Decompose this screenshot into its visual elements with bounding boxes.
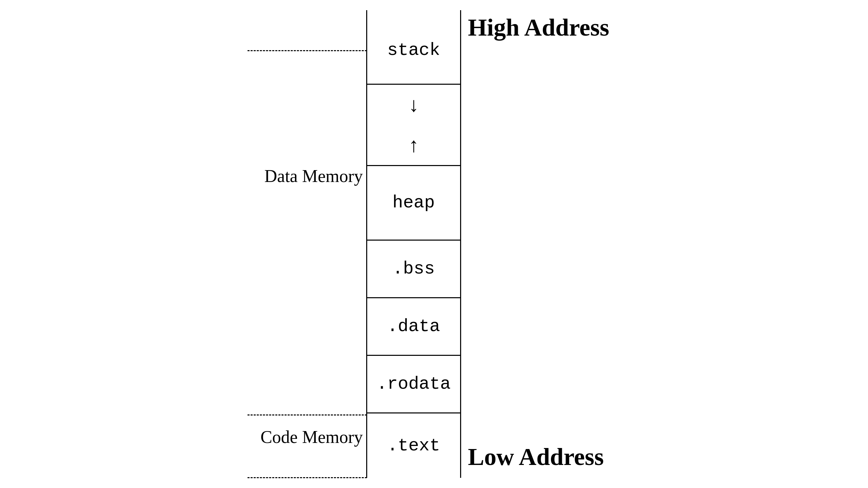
text-label: .text <box>387 436 440 456</box>
bss-segment: .bss <box>366 241 461 298</box>
low-address-label: Low Address <box>468 443 604 471</box>
bottom-dashed-line <box>248 477 367 478</box>
rodata-segment: .rodata <box>366 356 461 413</box>
middle-dashed-line <box>248 414 367 415</box>
diagram-inner: High Address stack ↓ ↑ Data Memory heap … <box>248 10 620 478</box>
data-memory-label: Data Memory <box>248 166 363 186</box>
gap-segment: ↓ ↑ <box>366 85 461 166</box>
arrow-down-icon: ↓ <box>409 95 419 115</box>
data-segment: .data <box>366 298 461 356</box>
text-segment: .text <box>366 413 461 478</box>
heap-segment: heap <box>366 166 461 241</box>
stack-label: stack <box>387 40 440 60</box>
stack-segment: stack <box>366 17 461 85</box>
arrow-up-icon: ↑ <box>409 135 419 155</box>
high-address-label: High Address <box>468 14 609 42</box>
code-memory-label: Code Memory <box>248 427 363 447</box>
rodata-label: .rodata <box>377 374 451 394</box>
bss-label: .bss <box>393 259 435 279</box>
top-dashed-line <box>248 50 367 51</box>
heap-label: heap <box>393 193 435 213</box>
data-label: .data <box>387 317 440 337</box>
diagram-container: High Address stack ↓ ↑ Data Memory heap … <box>248 10 620 478</box>
